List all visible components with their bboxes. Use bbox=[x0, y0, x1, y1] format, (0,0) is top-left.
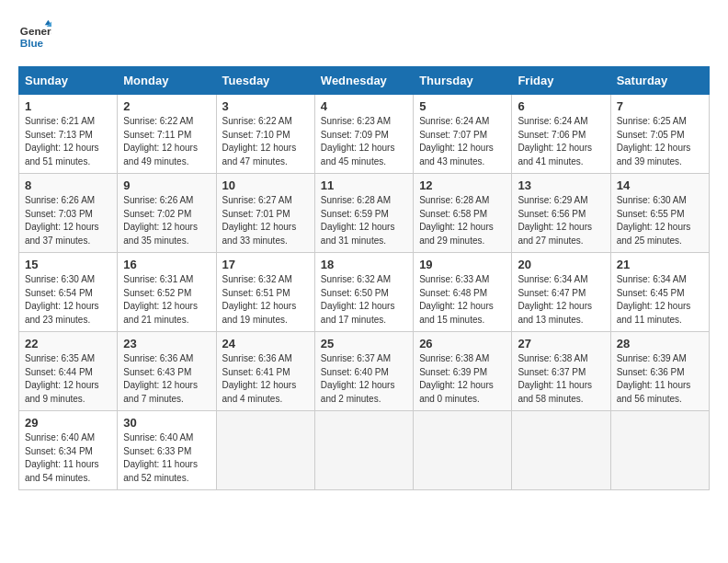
day-info: Sunrise: 6:28 AMSunset: 6:59 PMDaylight:… bbox=[321, 194, 407, 247]
day-number: 27 bbox=[518, 337, 604, 350]
calendar-cell: 4 Sunrise: 6:23 AMSunset: 7:09 PMDayligh… bbox=[314, 95, 413, 174]
calendar-cell: 12 Sunrise: 6:28 AMSunset: 6:58 PMDaylig… bbox=[414, 174, 512, 253]
day-number: 6 bbox=[518, 99, 604, 113]
calendar-cell: 2 Sunrise: 6:22 AMSunset: 7:11 PMDayligh… bbox=[118, 95, 216, 174]
calendar-week-4: 22 Sunrise: 6:35 AMSunset: 6:44 PMDaylig… bbox=[19, 332, 710, 411]
day-number: 29 bbox=[25, 416, 111, 430]
day-info: Sunrise: 6:28 AMSunset: 6:58 PMDaylight:… bbox=[419, 194, 506, 247]
day-info: Sunrise: 6:22 AMSunset: 7:11 PMDaylight:… bbox=[123, 115, 210, 168]
calendar-cell: 14 Sunrise: 6:30 AMSunset: 6:55 PMDaylig… bbox=[610, 174, 709, 253]
day-number: 30 bbox=[123, 416, 210, 430]
calendar-cell bbox=[414, 411, 512, 490]
day-info: Sunrise: 6:40 AMSunset: 6:33 PMDaylight:… bbox=[123, 431, 210, 485]
calendar-cell bbox=[216, 411, 314, 490]
day-info: Sunrise: 6:37 AMSunset: 6:40 PMDaylight:… bbox=[321, 352, 407, 406]
calendar-cell: 30 Sunrise: 6:40 AMSunset: 6:33 PMDaylig… bbox=[118, 411, 216, 490]
day-info: Sunrise: 6:27 AMSunset: 7:01 PMDaylight:… bbox=[222, 194, 309, 247]
day-info: Sunrise: 6:21 AMSunset: 7:13 PMDaylight:… bbox=[25, 115, 111, 168]
page-header: General Blue bbox=[18, 18, 710, 52]
column-header-sunday: Sunday bbox=[19, 67, 118, 95]
calendar-cell: 18 Sunrise: 6:32 AMSunset: 6:50 PMDaylig… bbox=[314, 253, 413, 332]
calendar-cell: 13 Sunrise: 6:29 AMSunset: 6:56 PMDaylig… bbox=[512, 174, 610, 253]
day-info: Sunrise: 6:34 AMSunset: 6:45 PMDaylight:… bbox=[617, 273, 703, 327]
day-number: 28 bbox=[617, 337, 703, 350]
svg-text:Blue: Blue bbox=[20, 37, 44, 49]
column-header-monday: Monday bbox=[118, 67, 216, 95]
calendar-cell: 16 Sunrise: 6:31 AMSunset: 6:52 PMDaylig… bbox=[118, 253, 216, 332]
calendar-cell bbox=[512, 411, 610, 490]
day-number: 11 bbox=[321, 178, 407, 192]
calendar-cell: 9 Sunrise: 6:26 AMSunset: 7:02 PMDayligh… bbox=[118, 174, 216, 253]
calendar-cell: 25 Sunrise: 6:37 AMSunset: 6:40 PMDaylig… bbox=[314, 332, 413, 411]
day-number: 13 bbox=[518, 178, 604, 192]
calendar-cell: 8 Sunrise: 6:26 AMSunset: 7:03 PMDayligh… bbox=[19, 174, 118, 253]
day-number: 5 bbox=[419, 99, 506, 113]
logo-icon: General Blue bbox=[18, 18, 51, 52]
calendar-cell: 11 Sunrise: 6:28 AMSunset: 6:59 PMDaylig… bbox=[314, 174, 413, 253]
calendar-cell: 27 Sunrise: 6:38 AMSunset: 6:37 PMDaylig… bbox=[512, 332, 610, 411]
calendar-cell: 5 Sunrise: 6:24 AMSunset: 7:07 PMDayligh… bbox=[414, 95, 512, 174]
day-number: 3 bbox=[222, 99, 309, 113]
day-info: Sunrise: 6:22 AMSunset: 7:10 PMDaylight:… bbox=[222, 115, 309, 168]
day-info: Sunrise: 6:32 AMSunset: 6:51 PMDaylight:… bbox=[222, 273, 309, 327]
calendar-cell: 1 Sunrise: 6:21 AMSunset: 7:13 PMDayligh… bbox=[19, 95, 118, 174]
day-info: Sunrise: 6:29 AMSunset: 6:56 PMDaylight:… bbox=[518, 194, 604, 247]
calendar-cell: 17 Sunrise: 6:32 AMSunset: 6:51 PMDaylig… bbox=[216, 253, 314, 332]
calendar-header: SundayMondayTuesdayWednesdayThursdayFrid… bbox=[19, 67, 710, 95]
day-number: 25 bbox=[321, 337, 407, 350]
calendar-cell: 21 Sunrise: 6:34 AMSunset: 6:45 PMDaylig… bbox=[610, 253, 709, 332]
calendar-table: SundayMondayTuesdayWednesdayThursdayFrid… bbox=[18, 66, 710, 490]
day-info: Sunrise: 6:38 AMSunset: 6:39 PMDaylight:… bbox=[419, 352, 506, 406]
column-header-thursday: Thursday bbox=[414, 67, 512, 95]
calendar-cell: 10 Sunrise: 6:27 AMSunset: 7:01 PMDaylig… bbox=[216, 174, 314, 253]
day-info: Sunrise: 6:26 AMSunset: 7:02 PMDaylight:… bbox=[123, 194, 210, 247]
day-info: Sunrise: 6:32 AMSunset: 6:50 PMDaylight:… bbox=[321, 273, 407, 327]
day-info: Sunrise: 6:33 AMSunset: 6:48 PMDaylight:… bbox=[419, 273, 506, 327]
day-number: 21 bbox=[617, 258, 703, 271]
calendar-cell: 15 Sunrise: 6:30 AMSunset: 6:54 PMDaylig… bbox=[19, 253, 118, 332]
day-number: 10 bbox=[222, 178, 309, 192]
day-number: 22 bbox=[25, 337, 111, 350]
column-header-friday: Friday bbox=[512, 67, 610, 95]
day-info: Sunrise: 6:24 AMSunset: 7:07 PMDaylight:… bbox=[419, 115, 506, 168]
column-header-tuesday: Tuesday bbox=[216, 67, 314, 95]
day-info: Sunrise: 6:34 AMSunset: 6:47 PMDaylight:… bbox=[518, 273, 604, 327]
calendar-cell bbox=[314, 411, 413, 490]
column-header-wednesday: Wednesday bbox=[314, 67, 413, 95]
calendar-body: 1 Sunrise: 6:21 AMSunset: 7:13 PMDayligh… bbox=[19, 95, 710, 490]
day-number: 2 bbox=[123, 99, 210, 113]
day-info: Sunrise: 6:30 AMSunset: 6:54 PMDaylight:… bbox=[25, 273, 111, 327]
calendar-week-2: 8 Sunrise: 6:26 AMSunset: 7:03 PMDayligh… bbox=[19, 174, 710, 253]
day-number: 24 bbox=[222, 337, 309, 350]
day-number: 17 bbox=[222, 258, 309, 271]
day-number: 26 bbox=[419, 337, 506, 350]
calendar-week-1: 1 Sunrise: 6:21 AMSunset: 7:13 PMDayligh… bbox=[19, 95, 710, 174]
calendar-cell: 24 Sunrise: 6:36 AMSunset: 6:41 PMDaylig… bbox=[216, 332, 314, 411]
day-info: Sunrise: 6:31 AMSunset: 6:52 PMDaylight:… bbox=[123, 273, 210, 327]
logo: General Blue bbox=[18, 18, 57, 52]
calendar-cell: 3 Sunrise: 6:22 AMSunset: 7:10 PMDayligh… bbox=[216, 95, 314, 174]
day-info: Sunrise: 6:26 AMSunset: 7:03 PMDaylight:… bbox=[25, 194, 111, 247]
day-number: 9 bbox=[123, 178, 210, 192]
calendar-cell: 19 Sunrise: 6:33 AMSunset: 6:48 PMDaylig… bbox=[414, 253, 512, 332]
day-number: 23 bbox=[123, 337, 210, 350]
day-number: 16 bbox=[123, 258, 210, 271]
day-number: 19 bbox=[419, 258, 506, 271]
calendar-cell: 20 Sunrise: 6:34 AMSunset: 6:47 PMDaylig… bbox=[512, 253, 610, 332]
day-number: 7 bbox=[617, 99, 703, 113]
day-info: Sunrise: 6:38 AMSunset: 6:37 PMDaylight:… bbox=[518, 352, 604, 406]
day-info: Sunrise: 6:24 AMSunset: 7:06 PMDaylight:… bbox=[518, 115, 604, 168]
day-info: Sunrise: 6:30 AMSunset: 6:55 PMDaylight:… bbox=[617, 194, 703, 247]
day-number: 1 bbox=[25, 99, 111, 113]
day-info: Sunrise: 6:36 AMSunset: 6:41 PMDaylight:… bbox=[222, 352, 309, 406]
calendar-cell: 26 Sunrise: 6:38 AMSunset: 6:39 PMDaylig… bbox=[414, 332, 512, 411]
day-info: Sunrise: 6:35 AMSunset: 6:44 PMDaylight:… bbox=[25, 352, 111, 406]
day-number: 15 bbox=[25, 258, 111, 271]
day-info: Sunrise: 6:36 AMSunset: 6:43 PMDaylight:… bbox=[123, 352, 210, 406]
calendar-cell: 23 Sunrise: 6:36 AMSunset: 6:43 PMDaylig… bbox=[118, 332, 216, 411]
calendar-cell: 28 Sunrise: 6:39 AMSunset: 6:36 PMDaylig… bbox=[610, 332, 709, 411]
day-number: 8 bbox=[25, 178, 111, 192]
day-number: 20 bbox=[518, 258, 604, 271]
day-number: 4 bbox=[321, 99, 407, 113]
calendar-cell: 22 Sunrise: 6:35 AMSunset: 6:44 PMDaylig… bbox=[19, 332, 118, 411]
